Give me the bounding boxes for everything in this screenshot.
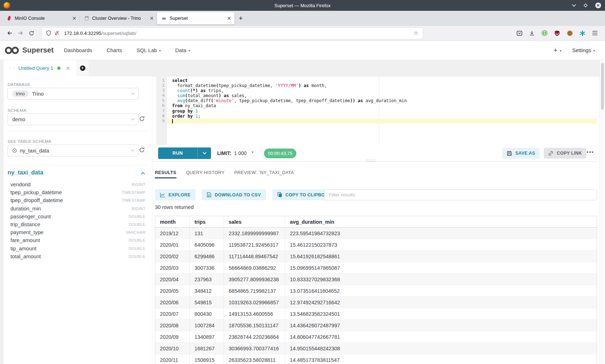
ublock-icon[interactable] xyxy=(554,29,561,37)
page-scrollbar[interactable] xyxy=(600,60,605,364)
column-header[interactable]: month xyxy=(155,216,190,227)
editor-code[interactable]: select format_datetime(tpep_pickup_datet… xyxy=(167,78,597,124)
results-actions: EXPLORE DOWNLOAD TO CSV COPY TO CLIPBOAR… xyxy=(155,189,340,200)
chevron-up-icon[interactable] xyxy=(141,172,145,175)
column-type: BIGINT xyxy=(132,206,145,211)
table-row: 2020/07 800430 14913153.4600556 13.54682… xyxy=(155,308,597,320)
url-bar[interactable]: 172.18.0.4:32295/superset/sqllab/ ☆ xyxy=(42,28,423,39)
table-select[interactable]: ny_taxi_data xyxy=(8,145,139,156)
column-row: duration_min BIGINT xyxy=(10,205,145,213)
nav-item[interactable]: Dashboards▾ xyxy=(64,47,92,53)
code-line xyxy=(167,119,597,124)
pocket-icon[interactable] xyxy=(516,29,523,37)
column-name: total_amount xyxy=(10,254,41,259)
browser-tab[interactable]: MinIO Console ✕ xyxy=(2,12,80,24)
browser-tabstrip: MinIO Console ✕ Cluster Overview - Trino… xyxy=(0,11,605,26)
window-minimize-icon[interactable] xyxy=(572,4,576,7)
text-cursor xyxy=(172,119,173,123)
database-label: DATABASE xyxy=(8,82,31,87)
table-row: 2020/04 237963 3905277.8099936238 10.833… xyxy=(155,274,597,285)
refresh-schema-icon[interactable] xyxy=(139,116,145,122)
run-button[interactable]: RUN xyxy=(158,147,211,159)
new-query-tab-button[interactable]: + xyxy=(76,60,89,76)
nav-item[interactable]: Charts▾ xyxy=(107,47,122,53)
schema-table-name[interactable]: ny_taxi_data xyxy=(8,169,43,176)
downloads-icon[interactable] xyxy=(528,29,535,37)
table-row: 2020/03 3007336 56664869.03886292 15.096… xyxy=(155,262,597,274)
brand-name[interactable]: Superset xyxy=(22,46,54,54)
limit-control[interactable]: LIMIT: 1 000 xyxy=(217,147,247,159)
column-row: tpep_pickup_datetime TIMESTAMP xyxy=(10,188,145,196)
download-csv-button[interactable]: DOWNLOAD TO CSV xyxy=(202,189,266,200)
superset-logo-icon[interactable] xyxy=(4,46,19,55)
column-type: DOUBLE xyxy=(129,222,145,227)
sqllab-main: 123456789 select format_datetime(tpep_pi… xyxy=(152,77,605,364)
refresh-table-icon[interactable] xyxy=(139,147,145,154)
bookmark-star-icon[interactable]: ☆ xyxy=(414,30,418,36)
back-icon[interactable] xyxy=(4,28,15,38)
line-number: 9 xyxy=(156,119,167,124)
query-tab[interactable]: ⋮⋮ Untitled Query 1 ✕ xyxy=(4,60,76,76)
extension-green-icon[interactable] xyxy=(541,29,548,37)
query-tab-close-icon[interactable]: ✕ xyxy=(66,65,70,71)
extension-spark-icon[interactable] xyxy=(579,29,586,37)
settings-menu[interactable]: Settings▾ xyxy=(572,47,595,53)
scrollbar-thumb[interactable] xyxy=(601,63,604,110)
sqllab-left-panel: DATABASE trino Trino SCHEMA demo SEE TAB… xyxy=(4,76,152,364)
column-row: total_amount DOUBLE xyxy=(10,252,145,260)
chevron-down-icon xyxy=(131,92,135,95)
limit-chevron-icon[interactable]: ▾ xyxy=(252,150,254,154)
column-header[interactable]: trips xyxy=(190,216,224,227)
menu-hamburger-icon[interactable] xyxy=(591,29,599,37)
cookie-extension-icon[interactable] xyxy=(566,29,573,37)
add-new-button[interactable]: +▾ xyxy=(554,46,561,54)
save-as-button[interactable]: SAVE AS xyxy=(502,148,539,159)
shield-icon[interactable] xyxy=(46,30,51,36)
code-line: sum(total_amount) as sales, xyxy=(167,93,597,98)
table-icon xyxy=(12,148,17,153)
more-options-icon[interactable]: ••• xyxy=(587,149,594,155)
column-type: VARCHAR xyxy=(126,230,145,235)
table-row: 2020/02 6299486 117114448.89467542 15.64… xyxy=(155,251,597,262)
nav-item[interactable]: SQL Lab▾ xyxy=(136,47,161,53)
file-icon xyxy=(207,192,211,197)
column-row: tpep_dropoff_datetime TIMESTAMP xyxy=(10,196,145,204)
copy-link-button[interactable]: COPY LINK xyxy=(544,148,586,159)
schema-select[interactable]: demo xyxy=(8,113,139,125)
tab-close-icon[interactable]: ✕ xyxy=(68,15,76,21)
sql-editor[interactable]: 123456789 select format_datetime(tpep_pi… xyxy=(152,77,605,145)
drag-grip-icon[interactable]: ⋮⋮ xyxy=(8,66,15,71)
filter-results-input[interactable] xyxy=(324,189,597,200)
chevron-down-icon: ▾ xyxy=(560,49,561,53)
database-select[interactable]: trino Trino xyxy=(8,88,139,100)
explore-button[interactable]: EXPLORE xyxy=(155,189,196,200)
nav-item[interactable]: Data▾ xyxy=(175,47,190,53)
window-titlebar: Superset — Mozilla Firefox xyxy=(0,0,605,11)
line-number: 2 xyxy=(156,83,167,88)
chevron-down-icon xyxy=(131,118,135,120)
table-row: 2020/09 1340897 23628744.220236864 14.80… xyxy=(155,331,597,343)
new-tab-icon[interactable]: + xyxy=(239,14,243,22)
window-close-icon[interactable] xyxy=(595,2,601,9)
reload-icon[interactable] xyxy=(26,28,37,38)
column-header[interactable]: avg_duration_min xyxy=(285,216,597,227)
tab-close-icon[interactable]: ✕ xyxy=(146,15,154,21)
browser-tab[interactable]: Cluster Overview - Trino ✕ xyxy=(80,12,157,24)
column-type: DOUBLE xyxy=(129,214,145,219)
database-type-badge: trino xyxy=(12,90,28,97)
run-options-chevron-icon[interactable] xyxy=(197,147,211,159)
tab-close-icon[interactable]: ✕ xyxy=(223,15,231,21)
forward-icon[interactable] xyxy=(15,28,26,38)
window-maximize-icon[interactable] xyxy=(583,3,588,8)
table-schema-label: SEE TABLE SCHEMA xyxy=(8,139,51,144)
column-header[interactable]: sales xyxy=(224,216,285,227)
resize-handle[interactable] xyxy=(366,160,376,163)
column-name: trip_distance xyxy=(10,222,40,227)
screen: Superset — Mozilla Firefox MinIO Console… xyxy=(0,0,605,364)
results-tab[interactable]: QUERY HISTORY xyxy=(186,170,225,178)
column-row: passenger_count DOUBLE xyxy=(10,213,145,220)
results-tab[interactable]: RESULTS xyxy=(155,170,176,178)
results-tab[interactable]: PREVIEW: `NY_TAXI_DATA` xyxy=(234,170,296,178)
lock-insecure-icon[interactable] xyxy=(54,30,59,36)
browser-tab[interactable]: Superset ✕ xyxy=(157,12,234,24)
